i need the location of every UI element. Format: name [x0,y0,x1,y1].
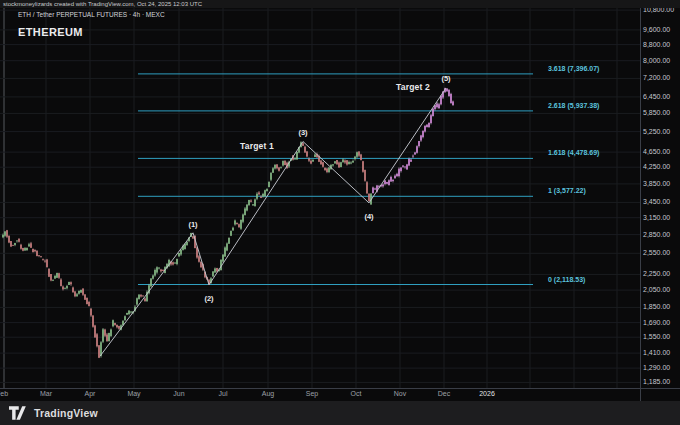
price-axis-label: 2,050.00 [643,286,670,293]
wave-label[interactable]: (2) [204,294,213,303]
time-axis-label: 2026 [479,390,495,397]
price-axis-label: 4,650.00 [643,148,670,155]
time-axis-label: Aug [262,390,274,397]
tradingview-brand[interactable]: TradingView [34,407,98,419]
time-axis-label: Jun [173,390,184,397]
tradingview-chart-snapshot: stockmoneylizards created with TradingVi… [0,0,680,425]
price-axis-label: 1,185.00 [643,378,670,385]
target-annotation[interactable]: Target 1 [240,141,274,151]
price-axis-label: 3,450.00 [643,198,670,205]
price-axis-label: 6,450.00 [643,93,670,100]
price-axis-label: 4,250.00 [643,163,670,170]
price-axis-label: 5,850.00 [643,109,670,116]
price-axis-label: 1,410.00 [643,349,670,356]
wave-trendline[interactable] [100,88,446,356]
price-axis-label: 9,600.00 [643,26,670,33]
time-axis-label: Oct [351,390,362,397]
tradingview-logo-icon[interactable] [9,406,27,420]
candles-down-wicks [7,142,369,358]
candles-up-bodies [3,142,371,356]
fib-label[interactable]: 1 (3,577.22) [548,187,586,194]
wave-label[interactable]: (4) [364,212,373,221]
time-axis-label: Mar [40,390,52,397]
price-axis-label: 2,850.00 [643,231,670,238]
fib-label[interactable]: 2.618 (5,937.38) [548,102,599,109]
candles-down-bodies [7,143,369,358]
footer-bar: TradingView [0,401,680,425]
price-axis-label: 2,250.00 [643,270,670,277]
time-axis-label: Apr [85,390,96,397]
candles[interactable] [3,88,453,358]
watermark-title: ETHEREUM [18,26,83,38]
wave-label[interactable]: (5) [441,74,450,83]
wave-label[interactable]: (1) [188,220,197,229]
time-axis[interactable] [0,388,640,401]
time-axis-label: May [127,390,140,397]
time-axis-label: Dec [438,390,450,397]
price-axis-label: 5,250.00 [643,128,670,135]
price-axis-label: 1,690.00 [643,319,670,326]
price-axis-label: 3,850.00 [643,180,670,187]
price-axis-label: 7,200.00 [643,74,670,81]
grid [0,8,640,388]
price-axis-label: 3,150.00 [643,214,670,221]
fib-label[interactable]: 0 (2,118.53) [548,276,585,283]
time-axis-label: Jul [219,390,228,397]
price-axis-label: 2,550.00 [643,249,670,256]
symbol-legend[interactable]: ETH / Tether PERPETUAL FUTURES · 4h · ME… [18,11,165,18]
price-axis-label: 8,800.00 [643,41,670,48]
candles-projection-bodies [373,88,453,193]
fib-label[interactable]: 1.618 (4,478.69) [548,149,599,156]
price-axis-label: 1,550.00 [643,333,670,340]
time-axis-label: Sep [306,390,318,397]
chart-canvas[interactable] [0,0,680,425]
wave-label[interactable]: (3) [298,128,307,137]
price-axis-label: 1,850.00 [643,303,670,310]
time-axis-label: Feb [0,390,8,397]
price-axis-label: 8,000.00 [643,57,670,64]
fib-label[interactable]: 3.618 (7,396.07) [548,65,599,72]
candles-up-wicks [3,141,371,357]
target-annotation[interactable]: Target 2 [396,82,430,92]
attribution-bar: stockmoneylizards created with TradingVi… [0,0,680,8]
time-axis-label: Nov [394,390,406,397]
price-axis-label: 1,290.00 [643,364,670,371]
